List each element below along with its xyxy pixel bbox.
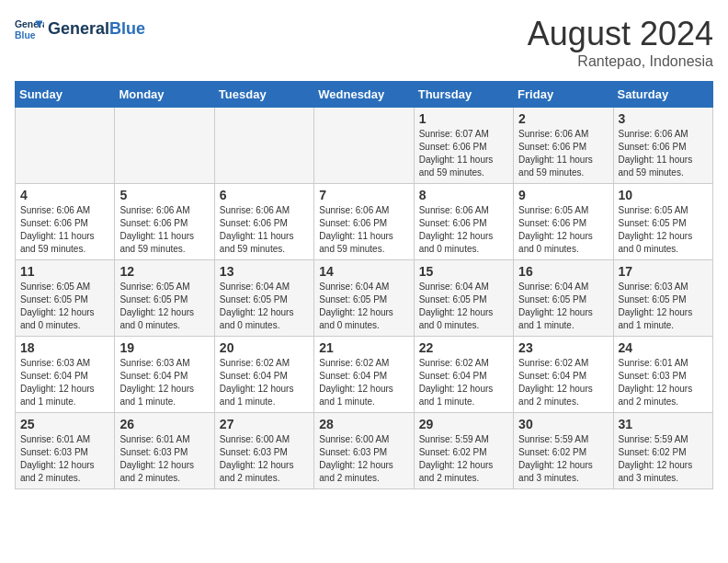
day-number: 12	[119, 264, 209, 279]
calendar-day-cell: 24Sunrise: 6:01 AM Sunset: 6:03 PM Dayli…	[613, 337, 712, 413]
day-info: Sunrise: 6:03 AM Sunset: 6:05 PM Dayligh…	[619, 281, 708, 332]
calendar-week-row: 1Sunrise: 6:07 AM Sunset: 6:06 PM Daylig…	[16, 108, 713, 184]
day-number: 9	[518, 188, 608, 202]
calendar-day-cell: 10Sunrise: 6:05 AM Sunset: 6:05 PM Dayli…	[613, 184, 712, 260]
day-number: 13	[220, 264, 309, 279]
calendar-day-cell: 1Sunrise: 6:07 AM Sunset: 6:06 PM Daylig…	[414, 108, 513, 184]
day-number: 22	[419, 340, 508, 355]
day-number: 28	[319, 417, 408, 431]
day-info: Sunrise: 6:03 AM Sunset: 6:04 PM Dayligh…	[20, 357, 109, 408]
calendar-day-cell: 6Sunrise: 6:06 AM Sunset: 6:06 PM Daylig…	[214, 184, 313, 260]
calendar-day-cell: 19Sunrise: 6:03 AM Sunset: 6:04 PM Dayli…	[115, 337, 214, 413]
day-number: 20	[220, 340, 309, 355]
day-number: 21	[319, 340, 408, 355]
calendar-day-cell: 23Sunrise: 6:02 AM Sunset: 6:04 PM Dayli…	[514, 337, 613, 413]
calendar-day-cell: 13Sunrise: 6:04 AM Sunset: 6:05 PM Dayli…	[214, 260, 313, 337]
day-info: Sunrise: 6:05 AM Sunset: 6:05 PM Dayligh…	[119, 281, 209, 332]
day-info: Sunrise: 6:04 AM Sunset: 6:05 PM Dayligh…	[319, 281, 408, 332]
day-number: 11	[20, 264, 109, 279]
day-info: Sunrise: 6:03 AM Sunset: 6:04 PM Dayligh…	[119, 357, 209, 408]
calendar-day-cell: 22Sunrise: 6:02 AM Sunset: 6:04 PM Dayli…	[414, 337, 513, 413]
calendar-day-cell: 8Sunrise: 6:06 AM Sunset: 6:06 PM Daylig…	[414, 184, 513, 260]
calendar-day-cell: 29Sunrise: 5:59 AM Sunset: 6:02 PM Dayli…	[414, 413, 513, 489]
calendar-week-row: 4Sunrise: 6:06 AM Sunset: 6:06 PM Daylig…	[16, 184, 713, 260]
column-header-friday: Friday	[514, 82, 613, 108]
calendar-header-row: SundayMondayTuesdayWednesdayThursdayFrid…	[16, 82, 713, 108]
day-info: Sunrise: 6:06 AM Sunset: 6:06 PM Dayligh…	[119, 204, 209, 256]
day-info: Sunrise: 6:05 AM Sunset: 6:05 PM Dayligh…	[619, 204, 708, 256]
day-number: 30	[518, 417, 608, 431]
calendar-day-cell: 25Sunrise: 6:01 AM Sunset: 6:03 PM Dayli…	[16, 413, 115, 489]
day-info: Sunrise: 6:01 AM Sunset: 6:03 PM Dayligh…	[20, 433, 109, 485]
day-info: Sunrise: 6:06 AM Sunset: 6:06 PM Dayligh…	[20, 204, 109, 256]
calendar-day-cell: 7Sunrise: 6:06 AM Sunset: 6:06 PM Daylig…	[314, 184, 414, 260]
day-number: 14	[319, 264, 408, 279]
calendar-day-cell: 16Sunrise: 6:04 AM Sunset: 6:05 PM Dayli…	[514, 260, 613, 337]
day-number: 26	[119, 417, 209, 431]
day-number: 10	[619, 188, 708, 202]
calendar-subtitle: Rantepao, Indonesia	[528, 53, 713, 70]
day-number: 19	[119, 340, 209, 355]
page-header: General Blue GeneralBlue August 2024 Ran…	[15, 15, 713, 70]
day-info: Sunrise: 6:04 AM Sunset: 6:05 PM Dayligh…	[518, 281, 608, 332]
calendar-week-row: 11Sunrise: 6:05 AM Sunset: 6:05 PM Dayli…	[16, 260, 713, 337]
column-header-saturday: Saturday	[613, 82, 712, 108]
calendar-day-cell	[115, 108, 214, 184]
calendar-day-cell: 11Sunrise: 6:05 AM Sunset: 6:05 PM Dayli…	[16, 260, 115, 337]
day-info: Sunrise: 5:59 AM Sunset: 6:02 PM Dayligh…	[619, 433, 708, 485]
day-number: 23	[518, 340, 608, 355]
column-header-thursday: Thursday	[414, 82, 513, 108]
calendar-day-cell: 27Sunrise: 6:00 AM Sunset: 6:03 PM Dayli…	[214, 413, 313, 489]
calendar-day-cell: 5Sunrise: 6:06 AM Sunset: 6:06 PM Daylig…	[115, 184, 214, 260]
day-info: Sunrise: 6:01 AM Sunset: 6:03 PM Dayligh…	[619, 357, 708, 408]
calendar-day-cell: 31Sunrise: 5:59 AM Sunset: 6:02 PM Dayli…	[613, 413, 712, 489]
day-number: 5	[119, 188, 209, 202]
calendar-day-cell: 26Sunrise: 6:01 AM Sunset: 6:03 PM Dayli…	[115, 413, 214, 489]
day-number: 3	[619, 111, 708, 126]
calendar-day-cell: 2Sunrise: 6:06 AM Sunset: 6:06 PM Daylig…	[514, 108, 613, 184]
logo-icon: General Blue	[15, 15, 44, 44]
day-info: Sunrise: 6:05 AM Sunset: 6:06 PM Dayligh…	[518, 204, 608, 256]
day-info: Sunrise: 6:02 AM Sunset: 6:04 PM Dayligh…	[518, 357, 608, 408]
day-number: 15	[419, 264, 508, 279]
day-info: Sunrise: 6:02 AM Sunset: 6:04 PM Dayligh…	[319, 357, 408, 408]
day-number: 2	[518, 111, 608, 126]
day-info: Sunrise: 5:59 AM Sunset: 6:02 PM Dayligh…	[518, 433, 608, 485]
day-info: Sunrise: 6:01 AM Sunset: 6:03 PM Dayligh…	[119, 433, 209, 485]
day-number: 4	[20, 188, 109, 202]
day-info: Sunrise: 6:04 AM Sunset: 6:05 PM Dayligh…	[419, 281, 508, 332]
logo: General Blue GeneralBlue	[15, 15, 145, 44]
day-number: 17	[619, 264, 708, 279]
day-number: 25	[20, 417, 109, 431]
day-number: 27	[220, 417, 309, 431]
calendar-day-cell: 15Sunrise: 6:04 AM Sunset: 6:05 PM Dayli…	[414, 260, 513, 337]
calendar-day-cell: 4Sunrise: 6:06 AM Sunset: 6:06 PM Daylig…	[16, 184, 115, 260]
day-number: 7	[319, 188, 408, 202]
calendar-day-cell	[214, 108, 313, 184]
logo-text: GeneralBlue	[48, 20, 145, 39]
calendar-day-cell: 21Sunrise: 6:02 AM Sunset: 6:04 PM Dayli…	[314, 337, 414, 413]
day-info: Sunrise: 6:04 AM Sunset: 6:05 PM Dayligh…	[220, 281, 309, 332]
calendar-day-cell: 14Sunrise: 6:04 AM Sunset: 6:05 PM Dayli…	[314, 260, 414, 337]
day-number: 1	[419, 111, 508, 126]
day-info: Sunrise: 6:00 AM Sunset: 6:03 PM Dayligh…	[220, 433, 309, 485]
calendar-week-row: 18Sunrise: 6:03 AM Sunset: 6:04 PM Dayli…	[16, 337, 713, 413]
day-number: 24	[619, 340, 708, 355]
column-header-tuesday: Tuesday	[214, 82, 313, 108]
day-info: Sunrise: 6:02 AM Sunset: 6:04 PM Dayligh…	[220, 357, 309, 408]
column-header-sunday: Sunday	[16, 82, 115, 108]
day-number: 16	[518, 264, 608, 279]
calendar-title: August 2024	[528, 15, 713, 53]
day-info: Sunrise: 6:06 AM Sunset: 6:06 PM Dayligh…	[619, 128, 708, 179]
day-number: 18	[20, 340, 109, 355]
day-info: Sunrise: 6:06 AM Sunset: 6:06 PM Dayligh…	[220, 204, 309, 256]
calendar-day-cell: 28Sunrise: 6:00 AM Sunset: 6:03 PM Dayli…	[314, 413, 414, 489]
calendar-day-cell: 17Sunrise: 6:03 AM Sunset: 6:05 PM Dayli…	[613, 260, 712, 337]
day-number: 6	[220, 188, 309, 202]
calendar-day-cell: 9Sunrise: 6:05 AM Sunset: 6:06 PM Daylig…	[514, 184, 613, 260]
title-area: August 2024 Rantepao, Indonesia	[528, 15, 713, 70]
calendar-day-cell: 20Sunrise: 6:02 AM Sunset: 6:04 PM Dayli…	[214, 337, 313, 413]
svg-text:Blue: Blue	[15, 30, 36, 40]
calendar-day-cell	[314, 108, 414, 184]
day-info: Sunrise: 6:06 AM Sunset: 6:06 PM Dayligh…	[319, 204, 408, 256]
